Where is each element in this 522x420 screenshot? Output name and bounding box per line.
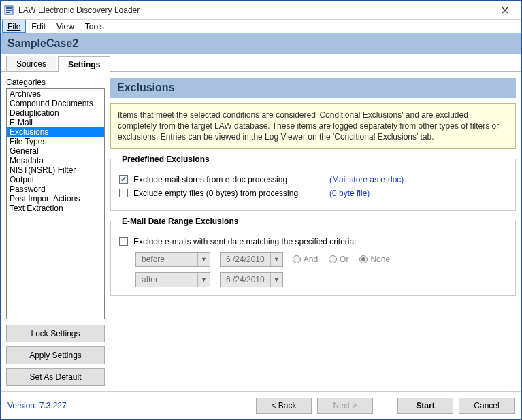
radio-none[interactable]: None <box>359 255 390 264</box>
exclude-mail-stores-checkbox[interactable] <box>119 175 128 184</box>
start-button[interactable]: Start <box>397 398 453 414</box>
version-label: Version: 7.3.227 <box>7 401 67 410</box>
footer: Version: 7.3.227 < Back Next > Start Can… <box>1 391 521 419</box>
tab-sources[interactable]: Sources <box>6 56 56 71</box>
option-row: Exclude mail stores from e-doc processin… <box>119 175 507 184</box>
exclude-email-date-label: Exclude e-mails with sent date matching … <box>133 237 357 246</box>
email-date-range-group: E-Mail Date Range Exclusions Exclude e-m… <box>110 216 516 296</box>
chevron-down-icon: ▼ <box>197 253 210 266</box>
menu-edit[interactable]: Edit <box>26 20 51 33</box>
window-title: LAW Electronic Discovery Loader <box>18 5 491 15</box>
predefined-exclusions-group: Predefined Exclusions Exclude mail store… <box>110 155 516 211</box>
categories-label: Categories <box>6 78 105 87</box>
mail-store-link[interactable]: (Mail store as e-doc) <box>329 175 404 184</box>
tab-settings[interactable]: Settings <box>58 56 110 72</box>
chevron-down-icon: ▼ <box>270 273 282 287</box>
body-area: Categories Archives Compound Documents D… <box>1 72 521 391</box>
back-button[interactable]: < Back <box>256 398 312 414</box>
panel-title: Exclusions <box>110 78 516 98</box>
email-date-range-legend: E-Mail Date Range Exclusions <box>119 216 241 226</box>
svg-rect-3 <box>6 12 10 13</box>
date-row-2: after ▼ 6 /24/2010 ▼ <box>135 272 507 287</box>
radio-and[interactable]: And <box>293 255 318 264</box>
radio-or[interactable]: Or <box>329 255 348 264</box>
radio-group: And Or None <box>293 255 390 264</box>
category-item[interactable]: Output <box>7 175 104 184</box>
close-icon <box>502 7 508 14</box>
category-item[interactable]: Metadata <box>7 156 104 165</box>
category-item[interactable]: General <box>7 146 104 156</box>
info-box: Items that meet the selected conditions … <box>110 103 516 149</box>
tabs-row: Sources Settings <box>1 54 521 72</box>
date-picker-1[interactable]: 6 /24/2010 ▼ <box>220 252 283 267</box>
next-button[interactable]: Next > <box>317 398 373 414</box>
svg-rect-1 <box>6 7 12 9</box>
category-item[interactable]: Deduplication <box>7 108 104 118</box>
left-buttons: Lock Settings Apply Settings Set As Defa… <box>6 325 105 386</box>
date-condition-2-combo[interactable]: after ▼ <box>135 272 210 287</box>
category-item[interactable]: E-Mail <box>7 118 104 127</box>
app-icon <box>3 5 14 16</box>
category-item[interactable]: Password <box>7 184 104 194</box>
case-name-header: SampleCase2 <box>1 33 521 54</box>
exclude-empty-files-label: Exclude empty files (0 bytes) from proce… <box>133 189 324 198</box>
lock-settings-button[interactable]: Lock Settings <box>6 325 105 342</box>
predefined-exclusions-legend: Predefined Exclusions <box>119 155 212 164</box>
option-row: Exclude e-mails with sent date matching … <box>119 237 507 246</box>
left-column: Categories Archives Compound Documents D… <box>6 78 105 386</box>
category-item[interactable]: Post Import Actions <box>7 194 104 204</box>
category-item[interactable]: Exclusions <box>7 127 104 137</box>
exclude-email-date-checkbox[interactable] <box>119 237 128 246</box>
titlebar: LAW Electronic Discovery Loader <box>1 1 521 20</box>
menubar: File Edit View Tools <box>1 20 521 33</box>
menu-tools[interactable]: Tools <box>80 20 110 33</box>
category-item[interactable]: File Types <box>7 137 104 146</box>
set-as-default-button[interactable]: Set As Default <box>6 368 105 386</box>
date-condition-1-combo[interactable]: before ▼ <box>135 252 210 267</box>
zero-byte-file-link[interactable]: (0 byte file) <box>329 189 370 198</box>
date-picker-2[interactable]: 6 /24/2010 ▼ <box>220 272 283 287</box>
cancel-button[interactable]: Cancel <box>459 398 515 414</box>
option-row: Exclude empty files (0 bytes) from proce… <box>119 189 507 198</box>
category-item[interactable]: NIST(NSRL) Filter <box>7 165 104 175</box>
chevron-down-icon: ▼ <box>270 253 282 266</box>
exclude-empty-files-checkbox[interactable] <box>119 189 128 197</box>
window-close-button[interactable] <box>491 2 519 18</box>
category-item[interactable]: Compound Documents <box>7 99 104 108</box>
svg-rect-2 <box>6 10 12 11</box>
right-column: Exclusions Items that meet the selected … <box>110 78 516 386</box>
menu-view[interactable]: View <box>51 20 80 33</box>
app-window: LAW Electronic Discovery Loader File Edi… <box>0 0 522 420</box>
apply-settings-button[interactable]: Apply Settings <box>6 346 105 364</box>
category-item[interactable]: Archives <box>7 89 104 99</box>
menu-file[interactable]: File <box>2 20 26 33</box>
exclude-mail-stores-label: Exclude mail stores from e-doc processin… <box>133 175 324 184</box>
category-item[interactable]: Text Extraction <box>7 204 104 213</box>
chevron-down-icon: ▼ <box>197 273 210 287</box>
categories-list[interactable]: Archives Compound Documents Deduplicatio… <box>6 88 105 319</box>
date-row-1: before ▼ 6 /24/2010 ▼ And Or None <box>135 252 507 267</box>
